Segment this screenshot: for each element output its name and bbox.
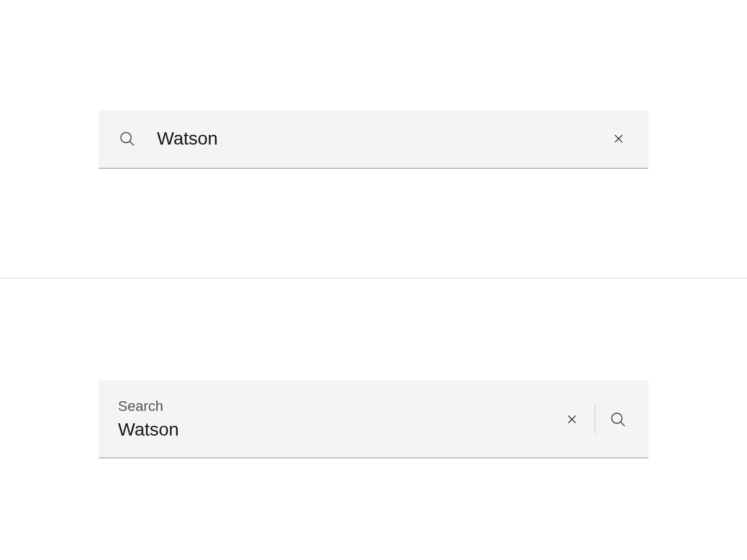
svg-line-7 bbox=[621, 422, 624, 426]
svg-point-0 bbox=[121, 132, 131, 143]
section-search-variant-1 bbox=[0, 0, 747, 279]
search-button[interactable] bbox=[599, 401, 637, 438]
search-actions bbox=[553, 380, 637, 458]
close-icon bbox=[566, 414, 578, 425]
clear-button[interactable] bbox=[602, 122, 635, 156]
svg-line-1 bbox=[130, 141, 134, 145]
page-root: Search bbox=[0, 0, 747, 560]
search-icon bbox=[118, 130, 136, 148]
search-field-icon-left bbox=[99, 110, 648, 169]
close-icon bbox=[613, 133, 624, 145]
search-icon bbox=[609, 410, 627, 428]
section-search-variant-2: Search bbox=[0, 279, 747, 560]
clear-button[interactable] bbox=[553, 401, 591, 438]
search-field-floating-label: Search bbox=[99, 380, 648, 458]
search-container-1 bbox=[99, 110, 648, 169]
vertical-divider bbox=[595, 405, 595, 434]
search-container-2: Search bbox=[99, 380, 648, 458]
search-label: Search bbox=[118, 398, 553, 415]
svg-point-6 bbox=[611, 413, 622, 423]
search-input[interactable] bbox=[118, 419, 553, 440]
search-input[interactable] bbox=[136, 110, 602, 168]
search-field-wrapper: Search bbox=[118, 380, 553, 458]
